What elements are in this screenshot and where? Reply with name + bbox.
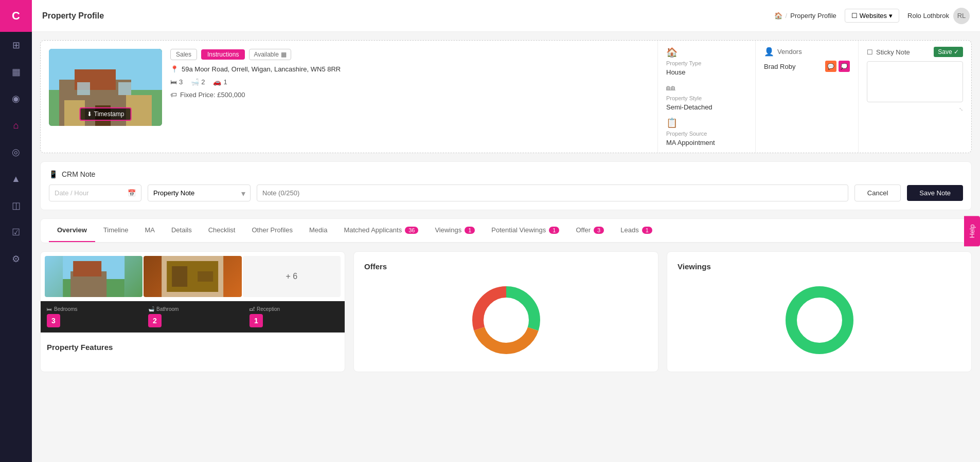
bedrooms-count: 3 xyxy=(47,314,60,327)
sidebar-icon-tasks[interactable]: ☑ xyxy=(0,219,32,246)
date-placeholder: Date / Hour xyxy=(55,189,88,197)
bedrooms-label: 🛏 Bedrooms xyxy=(47,306,136,312)
overview-grid: + 6 🛏 Bedrooms 3 🛁 Bathroom xyxy=(40,251,972,372)
breadcrumb-home-icon[interactable]: 🏠 xyxy=(774,12,782,20)
sidebar-icon-settings[interactable]: ⚙ xyxy=(0,246,32,272)
property-details: Sales Instructions Available ▦ 📍 59a Moo… xyxy=(170,49,649,144)
page-title: Property Profile xyxy=(42,11,104,21)
header-right: 🏠 / Property Profile ☐ Websites ▾ Rolo L… xyxy=(774,8,970,24)
breadcrumb-separator: / xyxy=(786,12,788,20)
viewings-title: Viewings xyxy=(678,262,961,271)
bathroom-label: 🛁 Bathroom xyxy=(148,306,237,312)
svg-rect-12 xyxy=(73,261,101,276)
tab-leads[interactable]: Leads 1 xyxy=(612,219,661,242)
crm-note-section: 📱 CRM Note Date / Hour 📅 Property Note C… xyxy=(40,161,972,210)
tab-details[interactable]: Details xyxy=(163,219,200,242)
crm-activity-field: Property Note Call Email ▾ xyxy=(148,184,251,201)
sidebar-icon-inbox[interactable]: ◫ xyxy=(0,192,32,219)
tag-sales[interactable]: Sales xyxy=(170,49,197,60)
property-type-panel: 🏠 Property Type House 🏘 Property Style S… xyxy=(657,41,755,153)
content-area: ⬇ Timestamp Sales Instructions Available… xyxy=(32,32,980,462)
activity-select-wrapper: Property Note Call Email ▾ xyxy=(148,184,251,201)
vendors-icon: 👤 xyxy=(764,47,774,57)
tab-offer[interactable]: Offer 3 xyxy=(567,219,612,242)
sticky-textarea[interactable] xyxy=(867,61,963,102)
crm-cancel-button[interactable]: Cancel xyxy=(854,184,901,201)
tag-instructions[interactable]: Instructions xyxy=(201,49,245,60)
tab-ma[interactable]: MA xyxy=(136,219,163,242)
crm-note-header: 📱 CRM Note xyxy=(49,170,963,178)
room-stat-bathroom: 🛁 Bathroom 2 xyxy=(142,301,243,332)
sticky-header: ☐ Sticky Note Save ✓ xyxy=(867,47,963,57)
crm-note-input[interactable] xyxy=(257,184,848,201)
sidebar-icon-people[interactable]: ◉ xyxy=(0,85,32,112)
crm-save-button[interactable]: Save Note xyxy=(907,185,963,201)
property-source-section: 📋 Property Source MA Appointment xyxy=(666,117,747,146)
timestamp-label: Timestamp xyxy=(94,110,124,118)
sidebar: C ⊞ ▦ ◉ ⌂ ◎ ▲ ◫ ☑ ⚙ xyxy=(0,0,32,462)
tab-timeline[interactable]: Timeline xyxy=(95,219,137,242)
offers-chart-card: Offers xyxy=(353,251,658,372)
source-value: MA Appointment xyxy=(666,139,747,146)
potential-viewings-badge: 1 xyxy=(549,227,559,234)
tab-other-profiles[interactable]: Other Profiles xyxy=(243,219,300,242)
offers-title: Offers xyxy=(364,262,648,271)
header: Property Profile 🏠 / Property Profile ☐ … xyxy=(32,0,980,32)
sticky-note-panel: ☐ Sticky Note Save ✓ ⤡ xyxy=(858,41,971,153)
viewings-donut-chart xyxy=(778,279,861,361)
type-icon: 🏠 xyxy=(666,47,747,58)
sidebar-icon-home[interactable]: ⌂ xyxy=(0,112,32,139)
activity-type-select[interactable]: Property Note Call Email xyxy=(148,184,251,201)
crm-date-input[interactable]: Date / Hour 📅 xyxy=(49,184,141,201)
websites-chevron-icon: ▾ xyxy=(889,12,893,20)
tab-viewings[interactable]: Viewings 1 xyxy=(426,219,483,242)
tab-checklist[interactable]: Checklist xyxy=(200,219,244,242)
vendor-message-button[interactable]: 💬 xyxy=(825,61,836,72)
breadcrumb-current: Property Profile xyxy=(790,12,836,20)
resize-icon: ⤡ xyxy=(959,106,963,112)
parking-spec: 🚗 1 xyxy=(213,78,227,86)
parking-count: 1 xyxy=(223,78,227,86)
tab-media[interactable]: Media xyxy=(301,219,335,242)
bed-icon: 🛏 xyxy=(47,306,52,312)
vendors-panel: 👤 Vendors Brad Roby 💬 💭 xyxy=(755,41,858,153)
features-title: Property Features xyxy=(47,339,338,356)
user-name: Rolo Lothbrok xyxy=(907,12,949,20)
type-value: House xyxy=(666,68,747,76)
user-info: Rolo Lothbrok RL xyxy=(907,8,970,24)
sidebar-icon-calendar[interactable]: ▦ xyxy=(0,59,32,85)
available-icon: ▦ xyxy=(281,51,287,58)
sidebar-icon-dashboard[interactable]: ⊞ xyxy=(0,32,32,59)
style-value: Semi-Detached xyxy=(666,103,747,111)
media-thumb-2-svg xyxy=(144,256,241,297)
reception-icon: 🛋 xyxy=(250,306,255,312)
beds-count: 3 xyxy=(179,78,183,86)
crm-date-field: Date / Hour 📅 xyxy=(49,184,141,201)
crm-header-label: CRM Note xyxy=(62,170,95,178)
vendors-label: Vendors xyxy=(777,48,802,56)
crm-note-fields: Date / Hour 📅 Property Note Call Email ▾ xyxy=(49,184,963,201)
sticky-save-button[interactable]: Save ✓ xyxy=(934,47,963,57)
svg-rect-16 xyxy=(198,271,213,282)
vendor-item: Brad Roby 💬 💭 xyxy=(764,61,850,72)
offer-badge: 3 xyxy=(594,227,604,234)
source-icon: 📋 xyxy=(666,117,747,128)
tab-overview[interactable]: Overview xyxy=(49,219,95,242)
tag-available[interactable]: Available ▦ xyxy=(249,49,291,60)
timestamp-button[interactable]: ⬇ Timestamp xyxy=(80,107,132,121)
sidebar-logo[interactable]: C xyxy=(0,0,32,32)
baths-count: 2 xyxy=(201,78,205,86)
property-type-section: 🏠 Property Type House xyxy=(666,47,747,76)
vendor-call-button[interactable]: 💭 xyxy=(839,61,850,72)
checkbox-icon: ☐ xyxy=(867,48,873,56)
sidebar-icon-globe[interactable]: ◎ xyxy=(0,139,32,165)
media-thumb-1 xyxy=(45,256,142,297)
room-stat-reception: 🛋 Reception 1 xyxy=(243,301,345,332)
help-button[interactable]: Help xyxy=(964,216,980,246)
sidebar-icon-chart[interactable]: ▲ xyxy=(0,165,32,192)
tab-matched-applicants[interactable]: Matched Applicants 36 xyxy=(335,219,426,242)
websites-button[interactable]: ☐ Websites ▾ xyxy=(845,9,899,23)
media-thumb-1-svg xyxy=(45,256,142,297)
media-more[interactable]: + 6 xyxy=(243,256,341,297)
tab-potential-viewings[interactable]: Potential Viewings 1 xyxy=(483,219,567,242)
